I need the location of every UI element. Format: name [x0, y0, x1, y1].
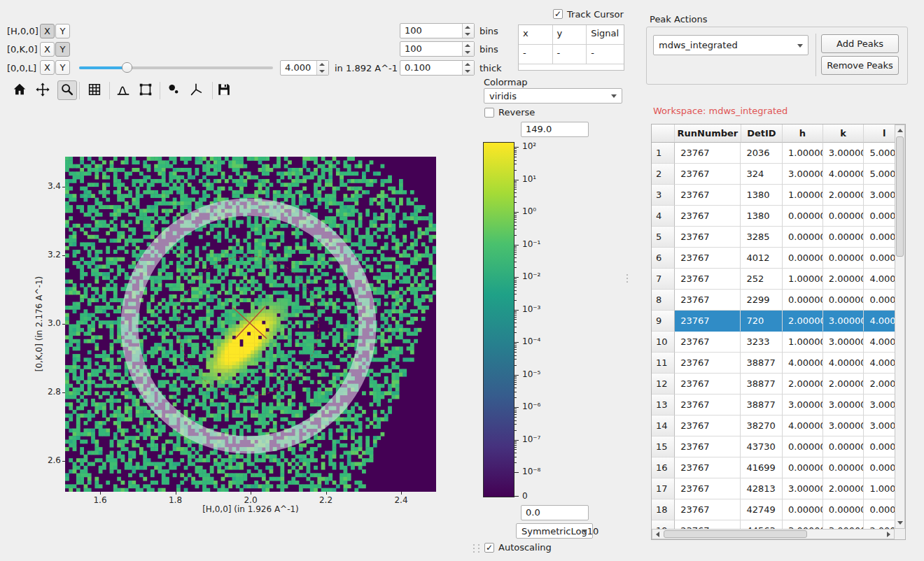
- table-cell[interactable]: 2299: [741, 290, 783, 311]
- table-row[interactable]: 82376722990.000000.000000.00000: [652, 290, 905, 311]
- table-cell[interactable]: 2.00000: [823, 269, 864, 290]
- table-cell[interactable]: 1.00000: [783, 185, 823, 206]
- dim-0k0-y-button[interactable]: Y: [55, 42, 70, 57]
- column-header-DetID[interactable]: DetID: [741, 125, 783, 143]
- y-bins-spinbox[interactable]: 100: [400, 41, 475, 57]
- row-number[interactable]: 10: [652, 332, 675, 353]
- row-number[interactable]: 15: [652, 436, 675, 457]
- table-cell[interactable]: 23767: [675, 227, 741, 248]
- table-row[interactable]: 102376732331.000003.000004.00000: [652, 332, 905, 353]
- toolbar-line-plots-button[interactable]: [113, 80, 133, 100]
- table-cell[interactable]: 23767: [675, 143, 741, 164]
- table-cell[interactable]: 3233: [741, 332, 783, 353]
- horizontal-scrollbar[interactable]: [652, 529, 895, 539]
- table-cell[interactable]: 0.00000: [783, 499, 823, 520]
- table-cell[interactable]: 3.00000: [823, 332, 864, 353]
- table-row[interactable]: 1223767388772.000002.000002.00000: [652, 374, 905, 395]
- table-cell[interactable]: 23767: [675, 436, 741, 457]
- table-cell[interactable]: 4.00000: [783, 353, 823, 374]
- autoscaling-checkbox[interactable]: ✓: [484, 543, 494, 553]
- column-header-h[interactable]: h: [783, 125, 823, 143]
- table-cell[interactable]: 2036: [741, 143, 783, 164]
- toolbar-region-button[interactable]: [136, 80, 155, 100]
- row-number[interactable]: 17: [652, 478, 675, 499]
- table-row[interactable]: 2237673243.000004.000005.00000: [652, 164, 905, 185]
- l-value-spinbox[interactable]: 4.000: [280, 60, 329, 76]
- table-cell[interactable]: 1380: [741, 206, 783, 227]
- table-cell[interactable]: 0.00000: [823, 248, 864, 269]
- toolbar-save-button[interactable]: [214, 80, 234, 100]
- row-number[interactable]: 2: [652, 164, 675, 185]
- table-cell[interactable]: 4.00000: [783, 416, 823, 436]
- table-cell[interactable]: 0.00000: [783, 206, 823, 227]
- table-cell[interactable]: 23767: [675, 248, 741, 269]
- table-cell[interactable]: 23767: [675, 164, 741, 185]
- dim-h00-x-button[interactable]: X: [40, 24, 55, 38]
- table-cell[interactable]: 23767: [675, 311, 741, 332]
- table-cell[interactable]: 0.00000: [823, 290, 864, 311]
- dim-00l-x-button[interactable]: X: [40, 60, 55, 75]
- column-header-index[interactable]: [652, 125, 675, 143]
- table-cell[interactable]: 42813: [741, 478, 783, 499]
- row-number[interactable]: 16: [652, 457, 675, 478]
- table-row[interactable]: 1623767416990.000000.000000.00000: [652, 457, 905, 478]
- table-cell[interactable]: 0.00000: [823, 227, 864, 248]
- table-cell[interactable]: 1.00000: [783, 143, 823, 164]
- toolbar-home-button[interactable]: [10, 80, 29, 100]
- table-cell[interactable]: 23767: [675, 395, 741, 416]
- column-header-k[interactable]: k: [823, 125, 864, 143]
- table-cell[interactable]: 2.00000: [783, 311, 823, 332]
- table-cell[interactable]: 23767: [675, 457, 741, 478]
- row-number[interactable]: 1: [652, 143, 675, 164]
- table-cell[interactable]: 3.00000: [823, 311, 864, 332]
- table-cell[interactable]: 2.00000: [783, 374, 823, 395]
- table-cell[interactable]: 0.00000: [783, 457, 823, 478]
- toolbar-nonorthogonal-axes-button[interactable]: [186, 80, 206, 100]
- row-number[interactable]: 14: [652, 416, 675, 436]
- toolbar-grid-button[interactable]: [85, 80, 104, 100]
- table-cell[interactable]: 23767: [675, 332, 741, 353]
- x-bins-spinbox[interactable]: 100: [400, 23, 475, 38]
- table-cell[interactable]: 3.00000: [823, 143, 864, 164]
- toolbar-pan-button[interactable]: [33, 80, 52, 100]
- horizontal-scroll-thumb[interactable]: [664, 530, 807, 538]
- table-cell[interactable]: 3.00000: [783, 164, 823, 185]
- scroll-up-icon[interactable]: [897, 129, 903, 132]
- toolbar-peaks-overlay-button[interactable]: [164, 80, 183, 100]
- splitter-handle[interactable]: [473, 544, 481, 553]
- table-cell[interactable]: 0.00000: [823, 499, 864, 520]
- table-cell[interactable]: 1.00000: [783, 269, 823, 290]
- table-row[interactable]: 62376740120.000000.000000.00000: [652, 248, 905, 269]
- thickness-spinbox[interactable]: 0.100: [400, 60, 475, 76]
- track-cursor-checkbox[interactable]: ✓: [553, 9, 563, 19]
- table-row[interactable]: 1523767437300.000000.000000.00000: [652, 436, 905, 457]
- peaks-workspace-select[interactable]: mdws_integrated: [653, 35, 808, 55]
- scroll-down-icon[interactable]: [897, 521, 903, 525]
- table-cell[interactable]: 38270: [741, 416, 783, 436]
- table-row[interactable]: 1723767428133.000002.000001.00000: [652, 478, 905, 499]
- vertical-scroll-thumb[interactable]: [896, 136, 904, 257]
- table-cell[interactable]: 0.00000: [823, 206, 864, 227]
- colorbar-max-input[interactable]: 149.0: [521, 122, 589, 137]
- vertical-scrollbar[interactable]: [895, 125, 905, 529]
- table-cell[interactable]: 3.00000: [823, 395, 864, 416]
- row-number[interactable]: 18: [652, 499, 675, 520]
- scroll-right-icon[interactable]: [887, 532, 890, 537]
- row-number[interactable]: 4: [652, 206, 675, 227]
- colormap-select[interactable]: viridis: [484, 88, 622, 104]
- table-cell[interactable]: 1380: [741, 185, 783, 206]
- table-cell[interactable]: 3285: [741, 227, 783, 248]
- table-cell[interactable]: 23767: [675, 478, 741, 499]
- row-number[interactable]: 8: [652, 290, 675, 311]
- remove-peaks-button[interactable]: Remove Peaks: [821, 56, 899, 75]
- table-cell[interactable]: 252: [741, 269, 783, 290]
- table-cell[interactable]: 2.00000: [823, 478, 864, 499]
- table-cell[interactable]: 0.00000: [823, 436, 864, 457]
- row-number[interactable]: 7: [652, 269, 675, 290]
- reverse-checkbox[interactable]: ✓: [484, 108, 494, 118]
- table-cell[interactable]: 0.00000: [783, 248, 823, 269]
- table-cell[interactable]: 23767: [675, 290, 741, 311]
- table-cell[interactable]: 41699: [741, 457, 783, 478]
- row-number[interactable]: 13: [652, 395, 675, 416]
- table-cell[interactable]: 4012: [741, 248, 783, 269]
